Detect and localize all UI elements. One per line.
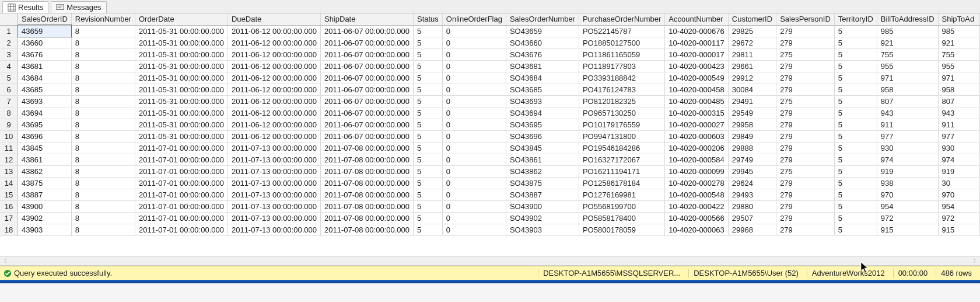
cell[interactable]: 2011-06-07 00:00:00.000 [320,60,413,72]
cell[interactable]: 5 [413,224,442,235]
cell[interactable]: 29624 [728,177,776,189]
column-header[interactable]: ShipDate [320,13,413,25]
cell[interactable]: 2011-07-08 00:00:00.000 [320,212,413,224]
cell[interactable]: PO3393188842 [579,72,664,84]
cell[interactable]: 807 [877,95,938,107]
cell[interactable]: PO5800178059 [579,224,664,235]
column-header[interactable]: OrderDate [135,13,228,25]
cell[interactable]: 0 [442,154,506,165]
cell[interactable]: 5 [834,72,877,84]
cell[interactable]: 43695 [18,119,72,130]
cell[interactable]: 2011-05-31 00:00:00.000 [135,95,228,107]
cell[interactable]: 10-4020-000099 [665,165,728,177]
cell[interactable]: SO43695 [506,119,579,130]
cell[interactable]: 10-4020-000278 [665,177,728,189]
cell[interactable]: SO43862 [506,165,579,177]
row-number[interactable]: 15 [0,189,18,200]
cell[interactable]: 10-4020-000315 [665,107,728,119]
cell[interactable]: 43676 [18,48,72,60]
results-grid[interactable]: SalesOrderIDRevisionNumberOrderDateDueDa… [0,13,980,236]
cell[interactable]: PO12586178184 [579,177,664,189]
cell[interactable]: 5 [413,95,442,107]
cell[interactable]: 943 [877,107,938,119]
cell[interactable]: 911 [938,119,979,130]
cell[interactable]: 10-4020-000603 [665,130,728,142]
cell[interactable]: 43861 [18,154,72,165]
cell[interactable]: 755 [877,48,938,60]
cell[interactable]: 279 [776,84,835,95]
row-number[interactable]: 18 [0,224,18,235]
cell[interactable]: 0 [442,84,506,95]
cell[interactable]: 5 [834,37,877,48]
cell[interactable]: 5 [834,189,877,200]
cell[interactable]: 2011-06-12 00:00:00.000 [228,119,320,130]
cell[interactable]: 43875 [18,177,72,189]
cell[interactable]: 43887 [18,189,72,200]
cell[interactable]: 2011-07-13 00:00:00.000 [228,224,320,235]
cell[interactable]: 2011-07-08 00:00:00.000 [320,177,413,189]
cell[interactable]: 5 [834,142,877,154]
cell[interactable]: 2011-07-01 00:00:00.000 [135,165,228,177]
tab-results[interactable]: Results [2,1,48,13]
cell[interactable]: 5 [413,84,442,95]
cell[interactable]: SO43902 [506,212,579,224]
cell[interactable]: 974 [938,154,979,165]
cell[interactable]: 10-4020-000566 [665,212,728,224]
cell[interactable]: 2011-07-13 00:00:00.000 [228,142,320,154]
table-row[interactable]: 84369482011-05-31 00:00:00.0002011-06-12… [0,107,980,119]
cell[interactable]: SO43684 [506,72,579,84]
cell[interactable]: 921 [877,37,938,48]
cell[interactable]: 2011-05-31 00:00:00.000 [135,107,228,119]
column-header[interactable]: TerritoryID [834,13,877,25]
cell[interactable]: 2011-07-08 00:00:00.000 [320,200,413,212]
cell[interactable]: PO1189177803 [579,60,664,72]
cell[interactable]: 279 [776,72,835,84]
cell[interactable]: PO4176124783 [579,84,664,95]
cell[interactable]: PO16211194171 [579,165,664,177]
cell[interactable]: 8 [71,95,135,107]
cell[interactable]: 5 [834,48,877,60]
cell[interactable]: 2011-06-07 00:00:00.000 [320,25,413,37]
cell[interactable]: 5 [413,142,442,154]
cell[interactable]: PO5568199700 [579,200,664,212]
row-number[interactable]: 17 [0,212,18,224]
cell[interactable]: SO43693 [506,95,579,107]
cell[interactable]: 5 [413,107,442,119]
cell[interactable]: 2011-06-07 00:00:00.000 [320,37,413,48]
cell[interactable]: SO43875 [506,177,579,189]
row-number[interactable]: 13 [0,165,18,177]
row-number[interactable]: 3 [0,48,18,60]
cell[interactable]: 29945 [728,165,776,177]
cell[interactable]: 2011-07-01 00:00:00.000 [135,189,228,200]
scroll-left-icon[interactable]: 〈 [1,257,7,265]
cell[interactable]: PO10179176559 [579,119,664,130]
row-number[interactable]: 12 [0,154,18,165]
cell[interactable]: PO9657130250 [579,107,664,119]
cell[interactable]: 2011-07-01 00:00:00.000 [135,224,228,235]
cell[interactable]: 5 [834,130,877,142]
cell[interactable]: 921 [938,37,979,48]
column-header[interactable]: OnlineOrderFlag [442,13,506,25]
cell[interactable]: 2011-06-12 00:00:00.000 [228,130,320,142]
cell[interactable]: PO19546184286 [579,142,664,154]
table-row[interactable]: 174390282011-07-01 00:00:00.0002011-07-1… [0,212,980,224]
table-row[interactable]: 104369682011-05-31 00:00:00.0002011-06-1… [0,130,980,142]
cell[interactable]: 8 [71,130,135,142]
cell[interactable]: 30 [938,177,979,189]
cell[interactable]: 5 [834,84,877,95]
cell[interactable]: 974 [877,154,938,165]
row-number[interactable]: 8 [0,107,18,119]
cell[interactable]: 5 [413,130,442,142]
cell[interactable]: 8 [71,154,135,165]
results-grid-scroll[interactable]: SalesOrderIDRevisionNumberOrderDateDueDa… [0,13,980,256]
cell[interactable]: 2011-06-12 00:00:00.000 [228,48,320,60]
cell[interactable]: SO43696 [506,130,579,142]
cell[interactable]: 8 [71,60,135,72]
scroll-right-icon[interactable]: 〉 [973,257,979,265]
cell[interactable]: 5 [413,165,442,177]
cell[interactable]: 2011-06-07 00:00:00.000 [320,72,413,84]
cell[interactable]: 8 [71,48,135,60]
cell[interactable]: 2011-06-12 00:00:00.000 [228,72,320,84]
table-row[interactable]: 64368582011-05-31 00:00:00.0002011-06-12… [0,84,980,95]
cell[interactable]: 5 [834,107,877,119]
